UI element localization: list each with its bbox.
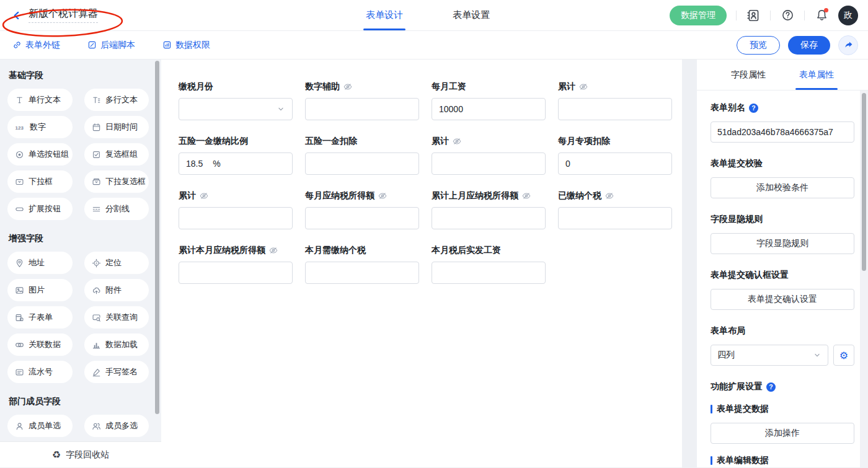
- form-field[interactable]: 每月专项扣除0: [558, 135, 672, 175]
- form-field[interactable]: 累计本月应纳税所得额: [179, 244, 293, 284]
- layout-gear-button[interactable]: ⚙: [833, 345, 854, 366]
- field-recycle-bin[interactable]: ♻ 字段回收站: [0, 441, 161, 467]
- field-pill[interactable]: 数据加载: [84, 333, 149, 356]
- contacts-icon[interactable]: [746, 8, 761, 23]
- form-field[interactable]: 已缴纳个税: [558, 190, 672, 229]
- form-field[interactable]: 累计上月应纳税所得额: [432, 190, 546, 229]
- link-icon: [12, 40, 22, 50]
- tab-form-settings[interactable]: 表单设置: [453, 0, 490, 30]
- field-pill[interactable]: 单行文本: [7, 89, 73, 111]
- form-field[interactable]: 每月应纳税所得额: [305, 190, 419, 229]
- datetime-icon: [92, 123, 101, 132]
- field-pill-label: 附件: [105, 285, 122, 296]
- field-pill[interactable]: 关联查询: [84, 306, 149, 329]
- field-pill[interactable]: 单选按钮组: [7, 143, 73, 166]
- field-input[interactable]: [305, 207, 419, 229]
- field-pill[interactable]: 附件: [84, 279, 149, 301]
- sidebar-section-title: 部门成员字段: [9, 396, 161, 407]
- field-select[interactable]: [179, 98, 293, 120]
- form-field[interactable]: 五险一金缴纳比例18.5%: [179, 135, 293, 175]
- field-input[interactable]: [179, 207, 293, 229]
- help-icon[interactable]: ?: [766, 382, 776, 392]
- svg-text:123: 123: [16, 125, 24, 130]
- field-pill[interactable]: 流水号: [7, 361, 73, 383]
- form-layout-select[interactable]: 四列: [711, 345, 828, 366]
- form-alias-input[interactable]: 51dad203a46b78a4666375a7: [711, 121, 854, 143]
- field-pill[interactable]: 关联数据: [7, 333, 73, 356]
- toolbar-link-0[interactable]: 表单外链: [12, 40, 60, 51]
- panel-section-button[interactable]: 字段显隐规则: [711, 233, 854, 254]
- avatar[interactable]: 政: [838, 6, 858, 25]
- tab-field-properties[interactable]: 字段属性: [730, 60, 767, 90]
- field-input[interactable]: [305, 262, 419, 284]
- field-pill[interactable]: 日期时间: [84, 116, 149, 138]
- field-input[interactable]: [558, 207, 672, 229]
- panel-section-button[interactable]: 添加校验条件: [711, 177, 854, 198]
- field-label: 数字辅助: [305, 81, 419, 93]
- eye-off-icon: [343, 82, 353, 92]
- field-pill[interactable]: 扩展按钮: [7, 198, 73, 220]
- field-pill[interactable]: 手写签名: [84, 361, 149, 383]
- extension-group: 表单编辑数据添加操作: [711, 455, 854, 468]
- field-input[interactable]: [432, 262, 546, 284]
- panel-scrollbar[interactable]: [862, 93, 866, 271]
- toolbar-link-1[interactable]: 后端脚本: [87, 40, 135, 51]
- form-canvas[interactable]: 缴税月份数字辅助每月工资10000累计五险一金缴纳比例18.5%五险一金扣除累计…: [161, 60, 682, 467]
- notification-bell-icon[interactable]: [814, 8, 829, 23]
- add-action-button[interactable]: 添加操作: [711, 423, 854, 444]
- field-input[interactable]: 18.5%: [179, 152, 293, 175]
- field-sidebar: 基础字段单行文本多行文本123数字日期时间单选按钮组复选框组下拉框下拉复选框扩展…: [0, 60, 161, 467]
- field-pill[interactable]: 复选框组: [84, 143, 149, 166]
- form-layout-value: 四列: [717, 350, 735, 361]
- share-button[interactable]: [838, 35, 858, 55]
- field-input[interactable]: [432, 207, 546, 229]
- form-field[interactable]: 每月工资10000: [432, 81, 546, 120]
- help-icon[interactable]: ?: [749, 104, 758, 113]
- field-input[interactable]: 0: [558, 152, 672, 175]
- toolbar-link-2[interactable]: 数据权限: [162, 40, 210, 51]
- field-pill[interactable]: 成员多选: [84, 415, 149, 437]
- field-input[interactable]: [305, 98, 419, 120]
- sidebar-scrollbar[interactable]: [155, 61, 159, 414]
- form-field[interactable]: 本月需缴纳个税: [305, 244, 419, 284]
- toolbar-link-label: 后端脚本: [100, 40, 135, 51]
- extensions-label-text: 功能扩展设置: [711, 381, 763, 392]
- form-field[interactable]: 数字辅助: [305, 81, 419, 120]
- recycle-label: 字段回收站: [66, 449, 109, 461]
- field-pill[interactable]: 子表单: [7, 306, 73, 329]
- field-label: 每月专项扣除: [558, 135, 672, 148]
- field-pill-label: 单选按钮组: [29, 149, 69, 160]
- form-field[interactable]: 累计: [558, 81, 672, 120]
- form-field[interactable]: 五险一金扣除: [305, 135, 419, 175]
- field-pill[interactable]: 下拉复选框: [84, 170, 149, 193]
- field-pill[interactable]: 123数字: [7, 116, 73, 138]
- tab-form-design[interactable]: 表单设计: [366, 0, 403, 30]
- field-pill[interactable]: 图片: [7, 279, 73, 301]
- sidebar-section-title: 基础字段: [9, 70, 161, 81]
- back-button[interactable]: [11, 10, 22, 21]
- form-field[interactable]: 缴税月份: [179, 81, 293, 120]
- field-input[interactable]: [305, 152, 419, 175]
- data-manage-button[interactable]: 数据管理: [670, 6, 727, 25]
- form-field[interactable]: 本月税后实发工资: [432, 244, 546, 284]
- field-pill[interactable]: 下拉框: [7, 170, 73, 193]
- form-field[interactable]: 累计: [432, 135, 546, 175]
- field-input[interactable]: [432, 152, 546, 175]
- field-pill[interactable]: 分割线: [84, 198, 149, 220]
- panel-section-button[interactable]: 表单提交确认设置: [711, 289, 854, 310]
- save-button[interactable]: 保存: [788, 36, 830, 55]
- preview-button[interactable]: 预览: [737, 36, 780, 55]
- field-input[interactable]: 10000: [432, 98, 546, 120]
- field-input[interactable]: [179, 262, 293, 284]
- help-icon[interactable]: [780, 8, 795, 23]
- header-left: 新版个税计算器: [0, 7, 98, 23]
- eye-off-icon: [378, 191, 388, 201]
- field-pill[interactable]: 成员单选: [7, 415, 73, 437]
- tab-form-properties[interactable]: 表单属性: [798, 60, 835, 90]
- field-pill[interactable]: 定位: [84, 252, 149, 274]
- field-pill[interactable]: 多行文本: [84, 89, 149, 111]
- field-input[interactable]: [558, 98, 672, 120]
- form-field[interactable]: 累计: [179, 190, 293, 229]
- member-single-icon: [15, 422, 24, 431]
- field-pill[interactable]: 地址: [7, 252, 73, 274]
